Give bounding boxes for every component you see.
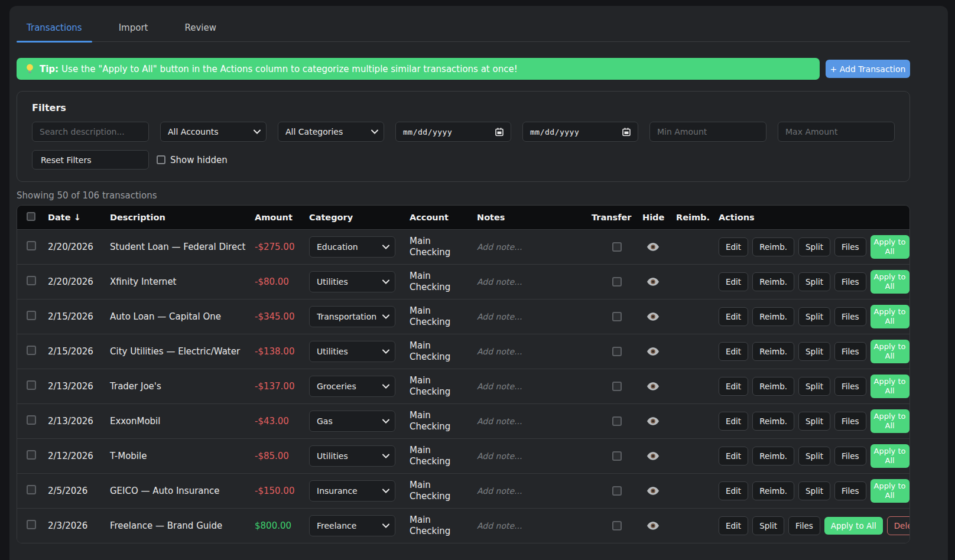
calendar-icon[interactable]	[622, 128, 631, 136]
category-filter-select[interactable]: All Categories	[278, 122, 384, 142]
files-button[interactable]: Files	[834, 342, 866, 361]
transfer-checkbox[interactable]	[612, 521, 622, 530]
edit-button[interactable]: Edit	[719, 377, 748, 396]
split-button[interactable]: Split	[798, 412, 830, 431]
show-hidden-checkbox[interactable]	[157, 155, 165, 164]
row-checkbox[interactable]	[27, 380, 36, 390]
row-checkbox[interactable]	[27, 415, 36, 425]
edit-button[interactable]: Edit	[719, 516, 748, 535]
note-input[interactable]: Add note...	[477, 382, 592, 391]
files-button[interactable]: Files	[788, 516, 820, 535]
tab-review[interactable]: Review	[174, 22, 226, 41]
category-select[interactable]: Gas	[309, 411, 395, 432]
files-button[interactable]: Files	[834, 481, 866, 500]
edit-button[interactable]: Edit	[719, 237, 748, 256]
eye-icon[interactable]	[647, 452, 659, 460]
transfer-checkbox[interactable]	[612, 242, 622, 252]
reimb-button[interactable]: Reimb.	[752, 342, 794, 361]
row-checkbox[interactable]	[27, 241, 36, 250]
date-from-input[interactable]: mm/dd/yyyy	[395, 122, 511, 142]
reimb-button[interactable]: Reimb.	[752, 272, 794, 291]
header-date[interactable]: Date ↓	[48, 213, 110, 222]
edit-button[interactable]: Edit	[719, 307, 748, 326]
tab-transactions[interactable]: Transactions	[17, 22, 92, 41]
files-button[interactable]: Files	[834, 272, 866, 291]
category-select[interactable]: Transportation	[309, 306, 395, 327]
account-filter-select[interactable]: All Accounts	[160, 122, 267, 142]
note-input[interactable]: Add note...	[477, 347, 592, 356]
select-all-checkbox[interactable]	[27, 212, 35, 221]
note-input[interactable]: Add note...	[477, 277, 592, 286]
reimb-button[interactable]: Reimb.	[752, 377, 794, 396]
edit-button[interactable]: Edit	[719, 342, 748, 361]
reimb-button[interactable]: Reimb.	[752, 412, 794, 431]
reset-filters-button[interactable]: Reset Filters	[32, 150, 149, 170]
files-button[interactable]: Files	[834, 447, 866, 465]
transfer-checkbox[interactable]	[612, 486, 622, 496]
category-select[interactable]: Groceries	[309, 376, 395, 397]
split-button[interactable]: Split	[798, 481, 830, 500]
reimb-button[interactable]: Reimb.	[752, 447, 794, 465]
transfer-checkbox[interactable]	[612, 382, 622, 391]
apply-to-all-button[interactable]: Apply to All	[870, 444, 909, 467]
category-select[interactable]: Utilities	[309, 271, 395, 292]
files-button[interactable]: Files	[834, 377, 866, 396]
transfer-checkbox[interactable]	[612, 312, 622, 321]
delete-button[interactable]: Delete	[887, 516, 910, 535]
eye-icon[interactable]	[647, 487, 659, 495]
apply-to-all-button[interactable]: Apply to All	[870, 235, 909, 258]
note-input[interactable]: Add note...	[477, 416, 592, 426]
eye-icon[interactable]	[647, 347, 659, 356]
eye-icon[interactable]	[647, 417, 659, 425]
split-button[interactable]: Split	[798, 237, 830, 256]
max-amount-input[interactable]	[778, 122, 895, 142]
split-button[interactable]: Split	[798, 307, 830, 326]
reimb-button[interactable]: Reimb.	[752, 237, 794, 256]
edit-button[interactable]: Edit	[719, 272, 748, 291]
transfer-checkbox[interactable]	[612, 347, 622, 356]
search-input[interactable]	[32, 122, 149, 142]
apply-to-all-button[interactable]: Apply to All	[870, 479, 909, 502]
row-checkbox[interactable]	[27, 276, 36, 285]
calendar-icon[interactable]	[495, 128, 504, 136]
files-button[interactable]: Files	[834, 307, 866, 326]
category-select[interactable]: Utilities	[309, 445, 395, 467]
eye-icon[interactable]	[647, 278, 659, 286]
note-input[interactable]: Add note...	[477, 486, 592, 496]
edit-button[interactable]: Edit	[719, 481, 748, 500]
note-input[interactable]: Add note...	[477, 451, 592, 461]
row-checkbox[interactable]	[27, 520, 36, 529]
apply-to-all-button[interactable]: Apply to All	[824, 517, 883, 535]
split-button[interactable]: Split	[798, 377, 830, 396]
category-select[interactable]: Education	[309, 236, 395, 258]
tab-import[interactable]: Import	[109, 22, 158, 41]
eye-icon[interactable]	[647, 312, 659, 321]
note-input[interactable]: Add note...	[477, 521, 592, 530]
split-button[interactable]: Split	[798, 447, 830, 465]
apply-to-all-button[interactable]: Apply to All	[870, 375, 909, 398]
min-amount-input[interactable]	[649, 122, 766, 142]
note-input[interactable]: Add note...	[477, 312, 592, 321]
reimb-button[interactable]: Reimb.	[752, 307, 794, 326]
eye-icon[interactable]	[647, 243, 659, 251]
row-checkbox[interactable]	[27, 450, 36, 460]
apply-to-all-button[interactable]: Apply to All	[870, 270, 909, 293]
category-select[interactable]: Insurance	[309, 480, 395, 502]
split-button[interactable]: Split	[752, 516, 784, 535]
files-button[interactable]: Files	[834, 237, 866, 256]
edit-button[interactable]: Edit	[719, 447, 748, 465]
row-checkbox[interactable]	[27, 311, 36, 320]
edit-button[interactable]: Edit	[719, 412, 748, 431]
transfer-checkbox[interactable]	[612, 277, 622, 286]
reimb-button[interactable]: Reimb.	[752, 481, 794, 500]
apply-to-all-button[interactable]: Apply to All	[870, 409, 909, 432]
date-to-input[interactable]: mm/dd/yyyy	[522, 122, 638, 142]
show-hidden-toggle[interactable]: Show hidden	[157, 155, 228, 165]
apply-to-all-button[interactable]: Apply to All	[870, 340, 909, 363]
transfer-checkbox[interactable]	[612, 416, 622, 426]
row-checkbox[interactable]	[27, 485, 36, 494]
note-input[interactable]: Add note...	[477, 242, 592, 252]
apply-to-all-button[interactable]: Apply to All	[870, 305, 909, 328]
category-select[interactable]: Utilities	[309, 341, 395, 362]
add-transaction-button[interactable]: + Add Transaction	[826, 60, 910, 78]
